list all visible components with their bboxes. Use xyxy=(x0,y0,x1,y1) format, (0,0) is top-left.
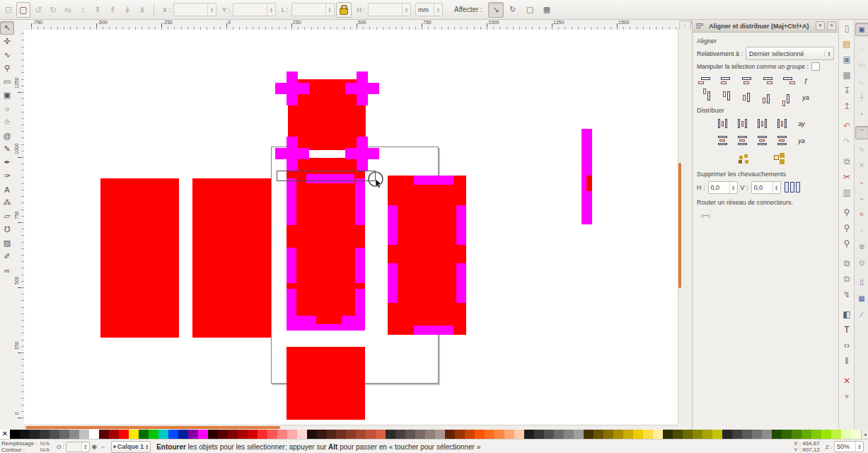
ellipse-tool[interactable]: ○ xyxy=(0,102,14,115)
align-left-edges[interactable] xyxy=(718,73,735,88)
palette-swatch[interactable] xyxy=(307,430,317,439)
palette-swatch[interactable] xyxy=(702,430,712,439)
palette-swatch[interactable] xyxy=(386,430,395,439)
tab-center-r2[interactable] xyxy=(355,248,365,283)
palette-swatch[interactable] xyxy=(514,430,524,439)
center-vertical-axis[interactable] xyxy=(738,73,755,88)
distribute-centers-horizontally[interactable] xyxy=(734,116,751,131)
lower-to-bottom-button[interactable]: ⇟ xyxy=(135,2,149,18)
palette-swatch[interactable] xyxy=(574,430,584,439)
text-align-horizontal[interactable]: ƒ xyxy=(797,73,814,88)
palette-swatch[interactable] xyxy=(376,430,386,439)
new-document-button[interactable]: ▯ xyxy=(840,21,854,35)
red-rect-right[interactable] xyxy=(388,176,466,335)
vacuum-defs-button[interactable]: ✕ xyxy=(840,374,854,388)
snap-guides[interactable]: ∕ xyxy=(855,308,868,321)
palette-swatch[interactable] xyxy=(415,430,425,439)
unclump-objects[interactable] xyxy=(768,150,785,165)
fill-stroke-dialog-button[interactable]: ◧ xyxy=(840,307,854,321)
tab-right-r2[interactable] xyxy=(456,263,466,303)
spiral-tool[interactable]: @ xyxy=(0,129,14,142)
palette-swatch[interactable] xyxy=(327,430,337,439)
snap-master-toggle[interactable]: ▣ xyxy=(855,23,868,36)
palette-swatch[interactable] xyxy=(317,430,327,439)
palette-swatch[interactable] xyxy=(158,430,168,439)
palette-swatch[interactable] xyxy=(395,430,405,439)
red-rect-left2[interactable] xyxy=(192,178,271,338)
node-tool[interactable]: ✣ xyxy=(0,35,14,48)
palette-swatch[interactable] xyxy=(693,430,702,439)
palette-swatch[interactable] xyxy=(297,430,307,439)
fill-value[interactable]: N/A xyxy=(40,440,50,447)
palette-swatch[interactable] xyxy=(802,430,811,439)
palette-swatch[interactable] xyxy=(663,430,673,439)
layer-lock-icon[interactable]: ⌐ xyxy=(99,442,108,452)
zoom-selection-button[interactable]: ⚲ xyxy=(840,205,854,219)
palette-swatch[interactable] xyxy=(504,430,514,439)
palette-swatch[interactable] xyxy=(841,430,851,439)
palette-swatch[interactable] xyxy=(20,430,30,439)
palette-swatch[interactable] xyxy=(544,430,554,439)
snap-rotation-centers[interactable]: ⊙ xyxy=(855,256,868,270)
palette-swatch[interactable] xyxy=(524,430,534,439)
notch-center-bottom[interactable] xyxy=(316,316,342,324)
palette-swatch[interactable] xyxy=(238,430,248,439)
dropper-tool[interactable]: ✐ xyxy=(0,250,14,263)
star-tool[interactable]: ☆ xyxy=(0,115,14,129)
horizontal-scrollbar-thumb[interactable] xyxy=(25,426,280,429)
remove-overlaps-button[interactable] xyxy=(784,180,801,195)
palette-swatch[interactable] xyxy=(139,430,149,439)
raise-to-top-button[interactable]: ⇞ xyxy=(91,2,105,18)
red-rect-left[interactable] xyxy=(100,178,179,338)
affect-corners-toggle[interactable]: ↻ xyxy=(505,2,521,18)
palette-swatch[interactable] xyxy=(218,430,228,439)
palette-swatch[interactable] xyxy=(712,430,722,439)
clone-button[interactable]: ⧉ xyxy=(840,272,854,286)
lock-ratio-button[interactable] xyxy=(336,2,352,18)
text-dialog-button[interactable]: T xyxy=(840,323,854,337)
cross-bl-h[interactable] xyxy=(275,148,309,159)
flip-horizontal-button[interactable]: ⇋ xyxy=(61,2,75,18)
palette-swatch[interactable] xyxy=(851,430,861,439)
palette-swatch[interactable] xyxy=(465,430,475,439)
x-field[interactable]: ▲▼ xyxy=(173,3,216,16)
palette-swatch[interactable] xyxy=(69,430,79,439)
align-bottom-to-anchor-top[interactable] xyxy=(698,90,715,105)
palette-swatch[interactable] xyxy=(168,430,178,439)
randomize-positions[interactable] xyxy=(732,150,749,165)
distribute-bottom-edges[interactable] xyxy=(753,133,770,148)
palette-swatch[interactable] xyxy=(198,430,208,439)
palette-swatch[interactable] xyxy=(425,430,435,439)
palette-swatch[interactable] xyxy=(89,430,99,439)
print-button[interactable]: ▦ xyxy=(840,68,854,82)
palette-swatch[interactable] xyxy=(554,430,564,439)
bezier-tool[interactable]: ✒ xyxy=(0,156,14,169)
palette-swatch[interactable] xyxy=(59,430,69,439)
distribute-text-horizontal[interactable]: ay xyxy=(793,116,810,131)
palette-swatch[interactable] xyxy=(564,430,574,439)
palette-swatch[interactable] xyxy=(762,430,772,439)
cross-tl-h[interactable] xyxy=(275,83,309,94)
snap-bbox-edges[interactable]: ▭ xyxy=(855,58,868,71)
snap-cusp-nodes[interactable]: ⌄ xyxy=(855,175,868,188)
palette-swatch[interactable] xyxy=(435,430,445,439)
palette-swatch[interactable] xyxy=(584,430,594,439)
text-align-vertical[interactable]: ya xyxy=(797,90,814,105)
palette-swatch[interactable] xyxy=(99,430,109,439)
snap-midpoints[interactable]: ≈ xyxy=(855,207,868,221)
palette-swatch[interactable] xyxy=(287,430,297,439)
snap-page-border[interactable]: ▯ xyxy=(855,275,868,289)
affect-gradient-toggle[interactable]: ▢ xyxy=(522,2,538,18)
snap-bbox-centers[interactable]: ▪ xyxy=(855,107,868,120)
palette-swatch[interactable] xyxy=(821,430,831,439)
palette-swatch[interactable] xyxy=(475,430,485,439)
rotate-ccw-button[interactable]: ↺ xyxy=(31,2,45,18)
palette-swatch[interactable] xyxy=(50,430,59,439)
width-field[interactable]: ▲▼ xyxy=(291,3,335,16)
paste-button[interactable]: ▥ xyxy=(840,185,854,200)
palette-swatch[interactable] xyxy=(732,430,742,439)
palette-swatch[interactable] xyxy=(455,430,465,439)
stroke-value[interactable]: N/A xyxy=(40,447,50,453)
overlap-h-field[interactable]: 0,0▲▼ xyxy=(708,181,738,194)
rectangle-tool[interactable]: ▭ xyxy=(0,75,14,88)
